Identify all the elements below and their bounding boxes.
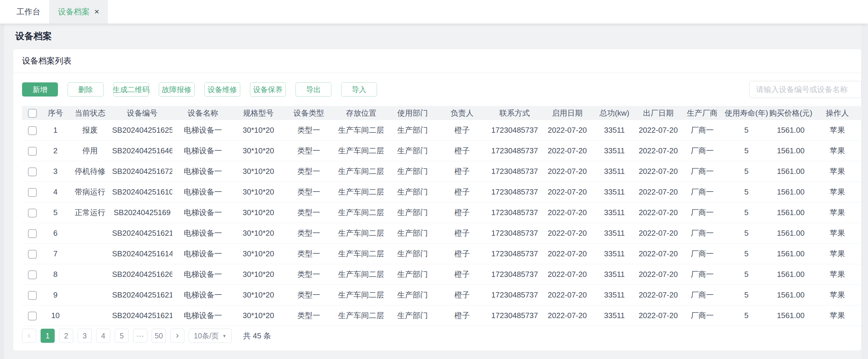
table-cell: 厂商一 (680, 182, 724, 203)
table-cell: 生产车间二层 (334, 203, 388, 223)
table-cell: 4 (43, 182, 68, 203)
table-cell: 17230485737 (487, 244, 542, 264)
device-name-link[interactable]: 电梯设备一 (172, 305, 233, 326)
toolbar-button[interactable]: 设备维修 (204, 82, 240, 96)
table-cell: 30*10*20 (234, 264, 283, 285)
column-header: 负责人 (437, 106, 487, 120)
device-name-link[interactable]: 电梯设备一 (172, 285, 233, 305)
table-cell: 30*10*20 (234, 161, 283, 182)
table-cell: 类型一 (283, 182, 334, 203)
table-cell: 2022-07-20 (542, 182, 592, 203)
table-row: 8SB2024042516264电梯设备一30*10*20类型一生产车间二层生产… (22, 264, 862, 285)
row-checkbox[interactable] (28, 126, 37, 135)
pagination-pages: 12345···50 (40, 329, 166, 343)
table-cell: SB2024042516253 (112, 120, 172, 141)
toolbar-button[interactable]: 故障报修 (159, 82, 195, 96)
table-cell: SB2024042516213 (112, 305, 172, 326)
row-checkbox[interactable] (28, 291, 37, 300)
device-name-link[interactable]: 电梯设备一 (172, 141, 233, 161)
table-cell: 停用 (68, 141, 112, 161)
table-cell: 厂商一 (680, 161, 724, 182)
table-cell: 1561.00 (769, 161, 813, 182)
page-button[interactable]: 4 (96, 329, 110, 343)
pagination: ‹ 12345···50 › 10条/页 ▼ 共 45 条 (22, 329, 271, 343)
table-row: 3停机待修SB202404251672电梯设备一30*10*20类型一生产车间二… (22, 161, 862, 182)
table-cell: 1561.00 (769, 305, 813, 326)
table-cell: 33511 (592, 203, 636, 223)
table-cell: 苹果 (813, 264, 862, 285)
search-input[interactable] (749, 81, 862, 98)
row-checkbox-cell (22, 161, 43, 182)
toolbar-button[interactable]: 新增 (22, 82, 58, 96)
table-cell: 2022-07-20 (636, 264, 680, 285)
row-checkbox-cell (22, 203, 43, 223)
table-cell: 7 (43, 244, 68, 264)
table-cell: 苹果 (813, 120, 862, 141)
table-cell: 苹果 (813, 161, 862, 182)
table-cell: 2022-07-20 (636, 244, 680, 264)
toolbar-button[interactable]: 导出 (296, 82, 331, 96)
tab-close-icon[interactable]: × (94, 8, 99, 16)
column-header: 设备名称 (172, 106, 233, 120)
toolbar-button[interactable]: 设备保养 (250, 82, 286, 96)
table-cell: 10 (43, 305, 68, 326)
row-checkbox[interactable] (28, 147, 37, 156)
page-button[interactable]: 3 (78, 329, 92, 343)
row-checkbox[interactable] (28, 168, 37, 176)
table-row: 1报废SB2024042516253电梯设备一30*10*20类型一生产车间二层… (22, 120, 862, 141)
table-cell: 1561.00 (769, 264, 813, 285)
table-cell: 类型一 (283, 120, 334, 141)
table-cell: 2 (43, 141, 68, 161)
row-checkbox[interactable] (28, 250, 37, 259)
tab-device-archive[interactable]: 设备档案 × (49, 0, 108, 24)
toolbar-button[interactable]: 删除 (68, 82, 103, 96)
table-cell: 17230485737 (487, 141, 542, 161)
row-checkbox[interactable] (28, 229, 37, 238)
table-cell: 33511 (592, 182, 636, 203)
table-cell: 橙子 (437, 223, 487, 244)
row-checkbox[interactable] (28, 209, 37, 217)
device-name-link[interactable]: 电梯设备一 (172, 203, 233, 223)
toolbar-button[interactable]: 生成二维码 (113, 82, 149, 96)
tab-workbench[interactable]: 工作台 (8, 0, 49, 24)
table-cell: 17230485737 (487, 120, 542, 141)
row-checkbox-cell (22, 223, 43, 244)
select-all-checkbox[interactable] (28, 109, 37, 118)
column-header: 设备编号 (112, 106, 172, 120)
device-name-link[interactable]: 电梯设备一 (172, 161, 233, 182)
table-cell: 苹果 (813, 141, 862, 161)
table-cell: 橙子 (437, 244, 487, 264)
page-size-select[interactable]: 10条/页 ▼ (189, 329, 232, 343)
row-checkbox[interactable] (28, 270, 37, 279)
table-cell: 报废 (68, 120, 112, 141)
row-checkbox[interactable] (28, 311, 37, 321)
page-button[interactable]: 1 (40, 329, 55, 343)
toolbar-button[interactable]: 导入 (341, 82, 377, 96)
app-screen: 工作台 设备档案 × 设备档案 设备档案列表 新增删除生成二维码故障报修设备维修… (0, 0, 868, 359)
table-cell: 17230485737 (487, 305, 542, 326)
table-cell: 橙子 (437, 305, 487, 326)
device-name-link[interactable]: 电梯设备一 (172, 182, 233, 203)
pagination-next-button[interactable]: › (170, 329, 184, 343)
page-button[interactable]: 2 (59, 329, 73, 343)
device-name-link[interactable]: 电梯设备一 (172, 120, 233, 141)
header-checkbox-cell (22, 106, 43, 120)
table-cell: 5 (724, 264, 768, 285)
pagination-prev-button[interactable]: ‹ (22, 329, 36, 343)
table-cell: 生产部门 (388, 264, 437, 285)
row-checkbox-cell (22, 182, 43, 203)
page-button[interactable]: 50 (152, 329, 166, 343)
device-name-link[interactable]: 电梯设备一 (172, 244, 233, 264)
table-cell: 2022-07-20 (542, 141, 592, 161)
table-cell: 1561.00 (769, 244, 813, 264)
page-button[interactable]: 5 (115, 329, 129, 343)
table-cell: 生产车间二层 (334, 120, 388, 141)
device-name-link[interactable]: 电梯设备一 (172, 264, 233, 285)
row-checkbox[interactable] (28, 188, 37, 197)
table-cell: 厂商一 (680, 223, 724, 244)
table-cell: 1561.00 (769, 182, 813, 203)
device-name-link[interactable]: 电梯设备一 (172, 223, 233, 244)
table-cell: 橙子 (437, 182, 487, 203)
pagination-ellipsis[interactable]: ··· (133, 329, 147, 343)
column-header: 使用部门 (388, 106, 437, 120)
